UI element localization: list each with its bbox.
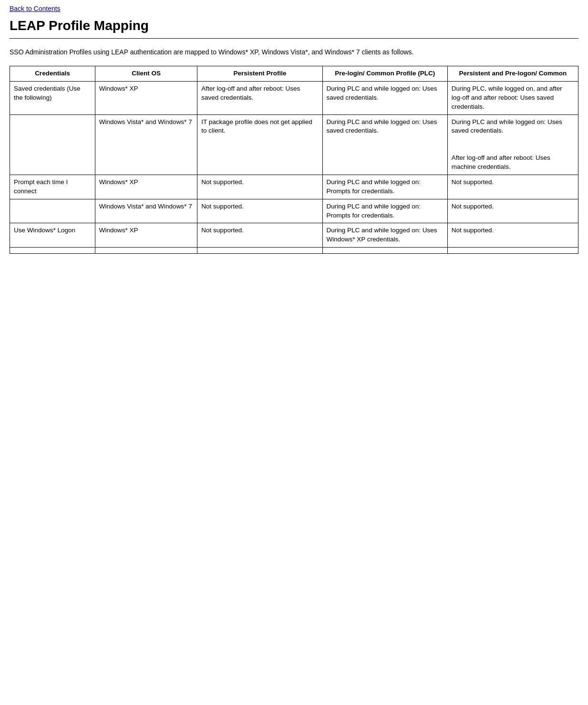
cell-plc: During PLC and while logged on: Uses sav…	[322, 81, 447, 114]
cell-credentials: Use Windows* Logon	[10, 223, 95, 248]
cell-persistent_profile: Not supported.	[197, 223, 322, 248]
table-row: Saved credentials (Use the following)Win…	[10, 81, 578, 114]
cell-client_os: Windows Vista* and Windows* 7	[95, 114, 197, 175]
leap-mapping-table: Credentials Client OS Persistent Profile…	[10, 66, 578, 254]
cell-plc: During PLC and while logged on: Uses sav…	[322, 114, 447, 175]
cell-credentials	[10, 114, 95, 175]
cell-persistent_and_pre	[447, 248, 578, 254]
cell-client_os: Windows* XP	[95, 223, 197, 248]
cell-persistent_and_pre: Not supported.	[447, 175, 578, 199]
cell-persistent_profile: IT package profile does not get applied …	[197, 114, 322, 175]
cell-plc: During PLC and while logged on: Prompts …	[322, 199, 447, 223]
table-row: Windows Vista* and Windows* 7IT package …	[10, 114, 578, 175]
cell-persistent_and_pre: Not supported.	[447, 223, 578, 248]
cell-credentials: Prompt each time I connect	[10, 175, 95, 199]
cell-persistent_profile: Not supported.	[197, 199, 322, 223]
page-title: LEAP Profile Mapping	[10, 18, 578, 33]
cell-persistent_and_pre: Not supported.	[447, 199, 578, 223]
cell-credentials	[10, 248, 95, 254]
cell-client_os: Windows* XP	[95, 81, 197, 114]
cell-persistent_and_pre: During PLC, while logged on, and after l…	[447, 81, 578, 114]
col-header-credentials: Credentials	[10, 66, 95, 82]
cell-client_os	[95, 248, 197, 254]
cell-credentials	[10, 199, 95, 223]
cell-client_os: Windows Vista* and Windows* 7	[95, 199, 197, 223]
table-row: Windows Vista* and Windows* 7Not support…	[10, 199, 578, 223]
back-to-contents-link[interactable]: Back to Contents	[10, 5, 61, 12]
col-header-persistent-pre: Persistent and Pre-logon/ Common	[447, 66, 578, 82]
cell-persistent_and_pre: During PLC and while logged on: Uses sav…	[447, 114, 578, 175]
cell-persistent_profile: After log-off and after reboot: Uses sav…	[197, 81, 322, 114]
cell-persistent_profile	[197, 248, 322, 254]
cell-plc	[322, 248, 447, 254]
cell-plc: During PLC and while logged on: Prompts …	[322, 175, 447, 199]
cell-persistent_profile: Not supported.	[197, 175, 322, 199]
cell-client_os: Windows* XP	[95, 175, 197, 199]
table-row: Use Windows* LogonWindows* XPNot support…	[10, 223, 578, 248]
table-row: Prompt each time I connectWindows* XPNot…	[10, 175, 578, 199]
table-header-row: Credentials Client OS Persistent Profile…	[10, 66, 578, 82]
cell-credentials: Saved credentials (Use the following)	[10, 81, 95, 114]
intro-paragraph: SSO Administration Profiles using LEAP a…	[10, 47, 578, 57]
col-header-client-os: Client OS	[95, 66, 197, 82]
col-header-persistent-profile: Persistent Profile	[197, 66, 322, 82]
col-header-plc: Pre-login/ Common Profile (PLC)	[322, 66, 447, 82]
cell-plc: During PLC and while logged on: Uses Win…	[322, 223, 447, 248]
table-row	[10, 248, 578, 254]
section-divider	[10, 38, 578, 39]
